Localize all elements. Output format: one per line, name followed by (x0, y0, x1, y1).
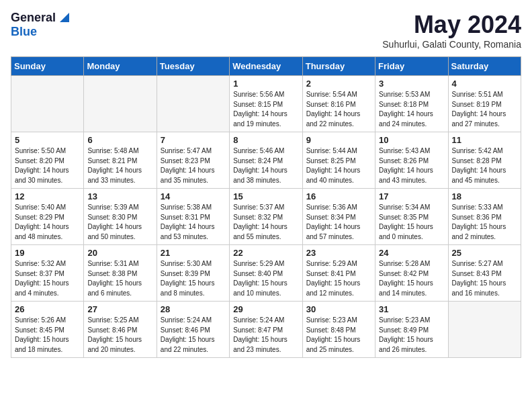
day-number: 12 (15, 191, 80, 201)
calendar-day-cell (157, 76, 229, 132)
day-number: 29 (233, 304, 298, 314)
calendar-weekday-header: Monday (84, 57, 157, 76)
calendar-day-cell: 1Sunrise: 5:56 AM Sunset: 8:15 PM Daylig… (230, 76, 302, 132)
day-number: 31 (379, 304, 444, 314)
day-info-text: Sunrise: 5:26 AM Sunset: 8:45 PM Dayligh… (15, 316, 80, 355)
day-info-text: Sunrise: 5:37 AM Sunset: 8:32 PM Dayligh… (233, 203, 298, 242)
calendar-day-cell: 7Sunrise: 5:47 AM Sunset: 8:23 PM Daylig… (157, 132, 229, 189)
location-subtitle: Suhurlui, Galati County, Romania (382, 39, 521, 50)
day-number: 1 (233, 79, 298, 89)
calendar-day-cell: 2Sunrise: 5:54 AM Sunset: 8:16 PM Daylig… (302, 76, 375, 132)
day-info-text: Sunrise: 5:25 AM Sunset: 8:46 PM Dayligh… (87, 316, 152, 355)
day-info-text: Sunrise: 5:48 AM Sunset: 8:21 PM Dayligh… (87, 146, 152, 185)
day-info-text: Sunrise: 5:46 AM Sunset: 8:24 PM Dayligh… (233, 146, 298, 185)
day-info-text: Sunrise: 5:44 AM Sunset: 8:25 PM Dayligh… (306, 146, 371, 185)
day-info-text: Sunrise: 5:53 AM Sunset: 8:18 PM Dayligh… (379, 90, 444, 129)
day-number: 17 (379, 191, 444, 201)
calendar-weekday-header: Sunday (11, 57, 84, 76)
day-info-text: Sunrise: 5:42 AM Sunset: 8:28 PM Dayligh… (452, 146, 517, 185)
day-number: 20 (87, 248, 152, 258)
calendar-day-cell: 8Sunrise: 5:46 AM Sunset: 8:24 PM Daylig… (230, 132, 302, 189)
day-info-text: Sunrise: 5:38 AM Sunset: 8:31 PM Dayligh… (161, 203, 226, 242)
day-number: 24 (379, 248, 444, 258)
day-info-text: Sunrise: 5:28 AM Sunset: 8:42 PM Dayligh… (379, 259, 444, 298)
calendar-day-cell: 6Sunrise: 5:48 AM Sunset: 8:21 PM Daylig… (84, 132, 157, 189)
calendar-day-cell: 28Sunrise: 5:24 AM Sunset: 8:46 PM Dayli… (157, 302, 229, 358)
day-info-text: Sunrise: 5:23 AM Sunset: 8:48 PM Dayligh… (306, 316, 371, 355)
day-info-text: Sunrise: 5:54 AM Sunset: 8:16 PM Dayligh… (306, 90, 371, 129)
calendar-day-cell: 21Sunrise: 5:30 AM Sunset: 8:39 PM Dayli… (157, 245, 229, 302)
day-info-text: Sunrise: 5:31 AM Sunset: 8:38 PM Dayligh… (87, 259, 152, 298)
day-number: 6 (87, 135, 152, 145)
title-block: May 2024 Suhurlui, Galati County, Romani… (382, 11, 521, 50)
calendar-week-row: 12Sunrise: 5:40 AM Sunset: 8:29 PM Dayli… (11, 189, 521, 245)
calendar-day-cell: 10Sunrise: 5:43 AM Sunset: 8:26 PM Dayli… (375, 132, 448, 189)
logo-triangle-icon (57, 11, 69, 24)
calendar-day-cell: 24Sunrise: 5:28 AM Sunset: 8:42 PM Dayli… (375, 245, 448, 302)
day-number: 13 (87, 191, 152, 201)
page-header: General Blue May 2024 Suhurlui, Galati C… (11, 11, 521, 50)
calendar-week-row: 1Sunrise: 5:56 AM Sunset: 8:15 PM Daylig… (11, 76, 521, 132)
calendar-weekday-header: Tuesday (157, 57, 229, 76)
day-info-text: Sunrise: 5:34 AM Sunset: 8:35 PM Dayligh… (379, 203, 444, 242)
calendar-day-cell (448, 302, 521, 358)
calendar-week-row: 5Sunrise: 5:50 AM Sunset: 8:20 PM Daylig… (11, 132, 521, 189)
calendar-header-row: SundayMondayTuesdayWednesdayThursdayFrid… (11, 57, 521, 76)
day-info-text: Sunrise: 5:33 AM Sunset: 8:36 PM Dayligh… (452, 203, 517, 242)
day-number: 15 (233, 191, 298, 201)
day-info-text: Sunrise: 5:24 AM Sunset: 8:46 PM Dayligh… (161, 316, 226, 355)
calendar-weekday-header: Friday (375, 57, 448, 76)
day-number: 19 (15, 248, 80, 258)
calendar-day-cell: 30Sunrise: 5:23 AM Sunset: 8:48 PM Dayli… (302, 302, 375, 358)
day-info-text: Sunrise: 5:56 AM Sunset: 8:15 PM Dayligh… (233, 90, 298, 129)
day-number: 2 (306, 79, 371, 89)
calendar-day-cell: 20Sunrise: 5:31 AM Sunset: 8:38 PM Dayli… (84, 245, 157, 302)
calendar-day-cell: 31Sunrise: 5:23 AM Sunset: 8:49 PM Dayli… (375, 302, 448, 358)
svg-marker-0 (60, 13, 69, 22)
day-number: 18 (452, 191, 517, 201)
day-number: 23 (306, 248, 371, 258)
calendar-day-cell: 11Sunrise: 5:42 AM Sunset: 8:28 PM Dayli… (448, 132, 521, 189)
calendar-day-cell: 27Sunrise: 5:25 AM Sunset: 8:46 PM Dayli… (84, 302, 157, 358)
day-number: 5 (15, 135, 80, 145)
calendar-week-row: 19Sunrise: 5:32 AM Sunset: 8:37 PM Dayli… (11, 245, 521, 302)
calendar-table: SundayMondayTuesdayWednesdayThursdayFrid… (11, 56, 521, 358)
day-number: 26 (15, 304, 80, 314)
calendar-day-cell: 18Sunrise: 5:33 AM Sunset: 8:36 PM Dayli… (448, 189, 521, 245)
day-info-text: Sunrise: 5:29 AM Sunset: 8:41 PM Dayligh… (306, 259, 371, 298)
day-info-text: Sunrise: 5:47 AM Sunset: 8:23 PM Dayligh… (161, 146, 226, 185)
day-number: 14 (161, 191, 226, 201)
calendar-day-cell: 13Sunrise: 5:39 AM Sunset: 8:30 PM Dayli… (84, 189, 157, 245)
calendar-day-cell: 5Sunrise: 5:50 AM Sunset: 8:20 PM Daylig… (11, 132, 84, 189)
day-info-text: Sunrise: 5:30 AM Sunset: 8:39 PM Dayligh… (161, 259, 226, 298)
calendar-day-cell: 25Sunrise: 5:27 AM Sunset: 8:43 PM Dayli… (448, 245, 521, 302)
calendar-weekday-header: Thursday (302, 57, 375, 76)
logo-blue-text: Blue (11, 25, 37, 39)
day-info-text: Sunrise: 5:50 AM Sunset: 8:20 PM Dayligh… (15, 146, 80, 185)
calendar-day-cell: 23Sunrise: 5:29 AM Sunset: 8:41 PM Dayli… (302, 245, 375, 302)
day-info-text: Sunrise: 5:29 AM Sunset: 8:40 PM Dayligh… (233, 259, 298, 298)
calendar-day-cell: 29Sunrise: 5:24 AM Sunset: 8:47 PM Dayli… (230, 302, 302, 358)
calendar-day-cell: 26Sunrise: 5:26 AM Sunset: 8:45 PM Dayli… (11, 302, 84, 358)
day-info-text: Sunrise: 5:27 AM Sunset: 8:43 PM Dayligh… (452, 259, 517, 298)
day-info-text: Sunrise: 5:40 AM Sunset: 8:29 PM Dayligh… (15, 203, 80, 242)
day-info-text: Sunrise: 5:39 AM Sunset: 8:30 PM Dayligh… (87, 203, 152, 242)
calendar-weekday-header: Wednesday (230, 57, 302, 76)
calendar-day-cell: 4Sunrise: 5:51 AM Sunset: 8:19 PM Daylig… (448, 76, 521, 132)
calendar-day-cell: 3Sunrise: 5:53 AM Sunset: 8:18 PM Daylig… (375, 76, 448, 132)
day-number: 16 (306, 191, 371, 201)
day-number: 8 (233, 135, 298, 145)
day-info-text: Sunrise: 5:32 AM Sunset: 8:37 PM Dayligh… (15, 259, 80, 298)
month-year-title: May 2024 (382, 11, 521, 39)
logo-general-text: General (11, 11, 56, 25)
calendar-day-cell: 12Sunrise: 5:40 AM Sunset: 8:29 PM Dayli… (11, 189, 84, 245)
logo: General Blue (11, 11, 69, 39)
day-number: 11 (452, 135, 517, 145)
calendar-week-row: 26Sunrise: 5:26 AM Sunset: 8:45 PM Dayli… (11, 302, 521, 358)
day-number: 4 (452, 79, 517, 89)
calendar-weekday-header: Saturday (448, 57, 521, 76)
calendar-day-cell: 15Sunrise: 5:37 AM Sunset: 8:32 PM Dayli… (230, 189, 302, 245)
calendar-day-cell: 19Sunrise: 5:32 AM Sunset: 8:37 PM Dayli… (11, 245, 84, 302)
day-number: 9 (306, 135, 371, 145)
day-number: 21 (161, 248, 226, 258)
